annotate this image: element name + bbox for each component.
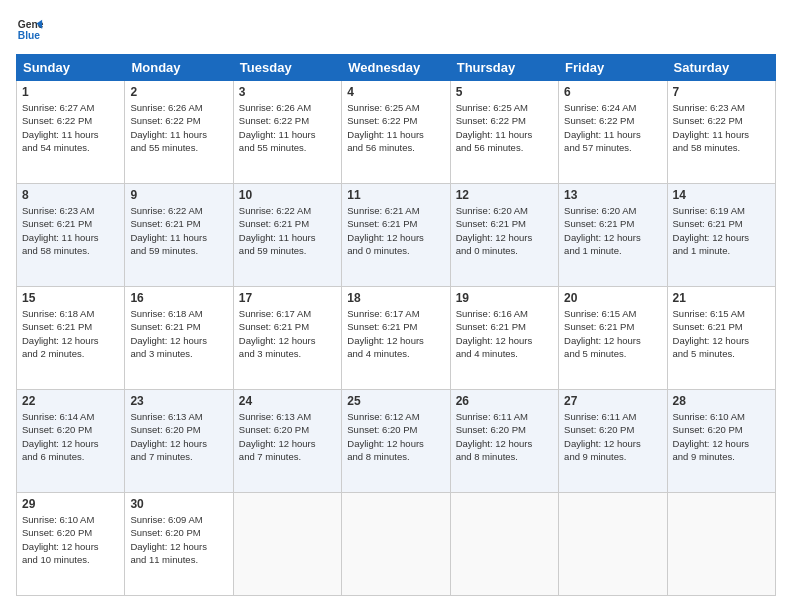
day-number: 8 bbox=[22, 188, 119, 202]
table-row: 8Sunrise: 6:23 AMSunset: 6:21 PMDaylight… bbox=[17, 184, 125, 287]
table-row bbox=[233, 493, 341, 596]
cell-text: Sunrise: 6:26 AM bbox=[239, 101, 336, 114]
cell-text: Daylight: 12 hours bbox=[239, 334, 336, 347]
cell-text: Sunset: 6:20 PM bbox=[22, 526, 119, 539]
cell-text: and 59 minutes. bbox=[239, 244, 336, 257]
cell-text: Sunrise: 6:23 AM bbox=[22, 204, 119, 217]
cell-text: Sunset: 6:21 PM bbox=[564, 320, 661, 333]
svg-text:Blue: Blue bbox=[18, 30, 41, 41]
table-row: 13Sunrise: 6:20 AMSunset: 6:21 PMDayligh… bbox=[559, 184, 667, 287]
cell-text: Sunset: 6:22 PM bbox=[347, 114, 444, 127]
day-number: 19 bbox=[456, 291, 553, 305]
cell-text: Daylight: 12 hours bbox=[456, 231, 553, 244]
cell-text: Daylight: 11 hours bbox=[130, 128, 227, 141]
cell-text: Sunrise: 6:20 AM bbox=[456, 204, 553, 217]
table-row: 28Sunrise: 6:10 AMSunset: 6:20 PMDayligh… bbox=[667, 390, 775, 493]
cell-text: Daylight: 12 hours bbox=[673, 231, 770, 244]
cell-text: and 6 minutes. bbox=[22, 450, 119, 463]
cell-text: Daylight: 12 hours bbox=[130, 540, 227, 553]
cell-text: Sunset: 6:21 PM bbox=[673, 217, 770, 230]
cell-text: Daylight: 11 hours bbox=[673, 128, 770, 141]
table-row: 4Sunrise: 6:25 AMSunset: 6:22 PMDaylight… bbox=[342, 81, 450, 184]
cell-text: Daylight: 12 hours bbox=[130, 334, 227, 347]
cell-text: Sunrise: 6:12 AM bbox=[347, 410, 444, 423]
cell-text: and 59 minutes. bbox=[130, 244, 227, 257]
table-row: 1Sunrise: 6:27 AMSunset: 6:22 PMDaylight… bbox=[17, 81, 125, 184]
cell-text: Daylight: 11 hours bbox=[239, 128, 336, 141]
cell-text: Sunrise: 6:20 AM bbox=[564, 204, 661, 217]
cell-text: and 58 minutes. bbox=[673, 141, 770, 154]
day-number: 11 bbox=[347, 188, 444, 202]
cell-text: Sunrise: 6:17 AM bbox=[347, 307, 444, 320]
day-number: 4 bbox=[347, 85, 444, 99]
table-row: 6Sunrise: 6:24 AMSunset: 6:22 PMDaylight… bbox=[559, 81, 667, 184]
cell-text: and 4 minutes. bbox=[347, 347, 444, 360]
cell-text: and 7 minutes. bbox=[239, 450, 336, 463]
cell-text: Sunrise: 6:25 AM bbox=[347, 101, 444, 114]
day-number: 12 bbox=[456, 188, 553, 202]
cell-text: and 57 minutes. bbox=[564, 141, 661, 154]
table-row: 29Sunrise: 6:10 AMSunset: 6:20 PMDayligh… bbox=[17, 493, 125, 596]
cell-text: Daylight: 12 hours bbox=[22, 334, 119, 347]
day-number: 16 bbox=[130, 291, 227, 305]
cell-text: Sunset: 6:20 PM bbox=[22, 423, 119, 436]
cell-text: and 58 minutes. bbox=[22, 244, 119, 257]
table-row: 14Sunrise: 6:19 AMSunset: 6:21 PMDayligh… bbox=[667, 184, 775, 287]
cell-text: Daylight: 11 hours bbox=[130, 231, 227, 244]
cell-text: Daylight: 12 hours bbox=[564, 334, 661, 347]
cell-text: and 55 minutes. bbox=[239, 141, 336, 154]
table-row: 22Sunrise: 6:14 AMSunset: 6:20 PMDayligh… bbox=[17, 390, 125, 493]
day-number: 3 bbox=[239, 85, 336, 99]
table-row: 25Sunrise: 6:12 AMSunset: 6:20 PMDayligh… bbox=[342, 390, 450, 493]
header: General Blue bbox=[16, 16, 776, 44]
cell-text: and 2 minutes. bbox=[22, 347, 119, 360]
day-number: 20 bbox=[564, 291, 661, 305]
cell-text: Daylight: 12 hours bbox=[456, 437, 553, 450]
cell-text: Sunrise: 6:17 AM bbox=[239, 307, 336, 320]
table-row: 15Sunrise: 6:18 AMSunset: 6:21 PMDayligh… bbox=[17, 287, 125, 390]
weekday-header: Tuesday bbox=[233, 55, 341, 81]
cell-text: Sunrise: 6:10 AM bbox=[673, 410, 770, 423]
table-row: 27Sunrise: 6:11 AMSunset: 6:20 PMDayligh… bbox=[559, 390, 667, 493]
cell-text: and 1 minute. bbox=[564, 244, 661, 257]
table-row: 24Sunrise: 6:13 AMSunset: 6:20 PMDayligh… bbox=[233, 390, 341, 493]
cell-text: Daylight: 11 hours bbox=[456, 128, 553, 141]
cell-text: Sunrise: 6:19 AM bbox=[673, 204, 770, 217]
cell-text: Sunrise: 6:15 AM bbox=[564, 307, 661, 320]
cell-text: Sunset: 6:22 PM bbox=[239, 114, 336, 127]
cell-text: Sunset: 6:21 PM bbox=[347, 320, 444, 333]
cell-text: and 4 minutes. bbox=[456, 347, 553, 360]
cell-text: Daylight: 12 hours bbox=[564, 231, 661, 244]
cell-text: Daylight: 11 hours bbox=[239, 231, 336, 244]
cell-text: Sunrise: 6:11 AM bbox=[456, 410, 553, 423]
cell-text: Sunset: 6:22 PM bbox=[22, 114, 119, 127]
cell-text: Daylight: 11 hours bbox=[564, 128, 661, 141]
cell-text: and 1 minute. bbox=[673, 244, 770, 257]
cell-text: Sunset: 6:20 PM bbox=[130, 526, 227, 539]
cell-text: Sunrise: 6:22 AM bbox=[130, 204, 227, 217]
table-row: 30Sunrise: 6:09 AMSunset: 6:20 PMDayligh… bbox=[125, 493, 233, 596]
cell-text: Sunset: 6:20 PM bbox=[239, 423, 336, 436]
cell-text: Sunrise: 6:13 AM bbox=[239, 410, 336, 423]
cell-text: Daylight: 12 hours bbox=[239, 437, 336, 450]
weekday-header: Thursday bbox=[450, 55, 558, 81]
cell-text: Sunrise: 6:10 AM bbox=[22, 513, 119, 526]
cell-text: Sunset: 6:20 PM bbox=[130, 423, 227, 436]
cell-text: Sunrise: 6:14 AM bbox=[22, 410, 119, 423]
cell-text: Sunset: 6:20 PM bbox=[673, 423, 770, 436]
cell-text: Sunset: 6:21 PM bbox=[564, 217, 661, 230]
day-number: 9 bbox=[130, 188, 227, 202]
cell-text: Sunrise: 6:22 AM bbox=[239, 204, 336, 217]
day-number: 10 bbox=[239, 188, 336, 202]
table-row bbox=[667, 493, 775, 596]
table-row: 18Sunrise: 6:17 AMSunset: 6:21 PMDayligh… bbox=[342, 287, 450, 390]
day-number: 7 bbox=[673, 85, 770, 99]
cell-text: Sunset: 6:20 PM bbox=[456, 423, 553, 436]
cell-text: Sunset: 6:20 PM bbox=[347, 423, 444, 436]
cell-text: Sunrise: 6:26 AM bbox=[130, 101, 227, 114]
cell-text: Sunrise: 6:27 AM bbox=[22, 101, 119, 114]
cell-text: and 8 minutes. bbox=[347, 450, 444, 463]
table-row: 12Sunrise: 6:20 AMSunset: 6:21 PMDayligh… bbox=[450, 184, 558, 287]
cell-text: Sunset: 6:21 PM bbox=[22, 217, 119, 230]
table-row: 7Sunrise: 6:23 AMSunset: 6:22 PMDaylight… bbox=[667, 81, 775, 184]
